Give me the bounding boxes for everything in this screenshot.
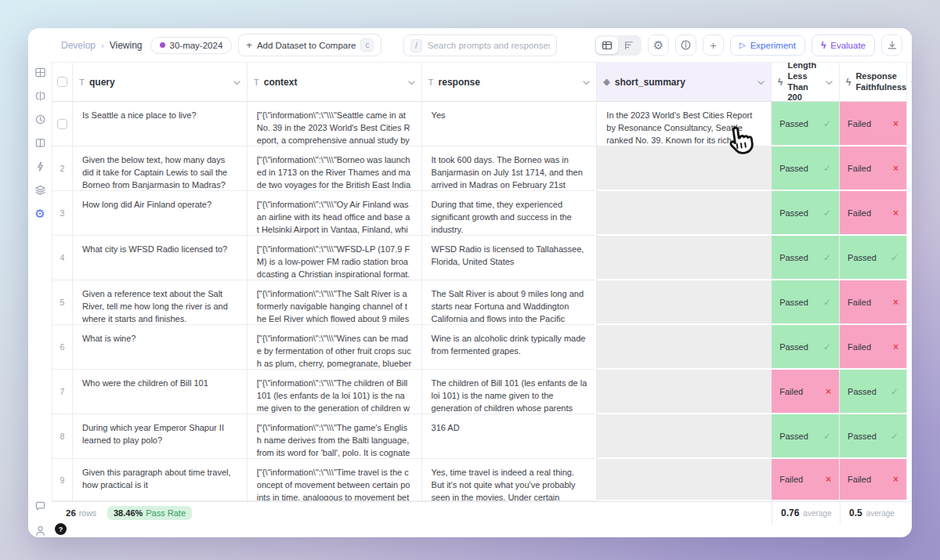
- response-cell[interactable]: It took 600 days. The Borneo was in Banj…: [422, 146, 598, 191]
- chevron-down-icon[interactable]: [583, 77, 590, 88]
- query-cell[interactable]: Given this paragraph about time travel, …: [73, 459, 248, 501]
- table-row[interactable]: 3How long did Air Finland operate?["{\"i…: [52, 191, 907, 236]
- faithfulness-status-cell[interactable]: Passed✓: [840, 414, 907, 459]
- query-cell[interactable]: During which year Emperor Shapur II lear…: [73, 414, 248, 459]
- table-row[interactable]: 9Given this paragraph about time travel,…: [52, 459, 907, 501]
- grid-view-icon[interactable]: [596, 37, 618, 54]
- short-summary-cell[interactable]: [597, 280, 772, 325]
- chevron-down-icon[interactable]: [911, 77, 912, 88]
- settings-button[interactable]: ⚙: [648, 34, 669, 56]
- table-view-icon[interactable]: [34, 66, 46, 78]
- column-header-faithfulness-evaluator[interactable]: ϟ Response Faithfulness: [840, 63, 907, 102]
- response-cell[interactable]: Yes, time travel is indeed a real thing.…: [422, 459, 598, 501]
- table-row[interactable]: 2Given the below text, how many days did…: [52, 146, 907, 191]
- short-summary-cell[interactable]: [597, 414, 772, 459]
- download-button[interactable]: [881, 34, 902, 56]
- response-cell[interactable]: WFSD Radio is licensed to Tallahassee, F…: [422, 236, 598, 280]
- table-row[interactable]: 6What is wine?["{\"information\":\"\\\"W…: [52, 325, 907, 370]
- length-status-cell[interactable]: Passed✓: [772, 236, 840, 280]
- query-cell[interactable]: Is Seattle a nice place to live?: [73, 102, 248, 146]
- length-status-cell[interactable]: Failed×: [772, 459, 840, 501]
- response-cell[interactable]: 316 AD: [422, 414, 598, 459]
- response-cell[interactable]: The children of Bill 101 (les enfants de…: [422, 370, 598, 414]
- column-header-short-summary[interactable]: ◈ short_summary: [597, 63, 772, 102]
- query-cell[interactable]: Given a reference text about the Salt Ri…: [73, 280, 248, 325]
- chevron-down-icon[interactable]: [826, 77, 833, 88]
- length-status-cell[interactable]: Passed✓: [772, 191, 840, 236]
- layers-icon[interactable]: [34, 183, 46, 196]
- response-cell[interactable]: The Salt River is about 9 miles long and…: [422, 280, 598, 325]
- faithfulness-status-cell[interactable]: Passed✓: [840, 236, 907, 280]
- lightning-icon[interactable]: [34, 160, 46, 172]
- faithfulness-status-cell[interactable]: Failed×: [840, 146, 907, 191]
- row-checkbox[interactable]: [57, 119, 67, 129]
- search-input[interactable]: [428, 41, 550, 50]
- context-cell[interactable]: ["{\"information\":\"\\\"Seattle came in…: [248, 102, 422, 146]
- short-summary-cell[interactable]: [597, 459, 772, 501]
- compare-icon[interactable]: [34, 89, 46, 102]
- evaluate-button[interactable]: ϟ Evaluate: [812, 34, 875, 56]
- context-cell[interactable]: ["{\"information\":\"\\\"Wines can be ma…: [248, 325, 422, 370]
- rows-view-icon[interactable]: [618, 37, 640, 54]
- table-row[interactable]: 7Who were the children of Bill 101["{\"i…: [52, 370, 907, 414]
- help-button[interactable]: ?: [55, 523, 67, 535]
- chat-icon[interactable]: [34, 500, 46, 512]
- table-row[interactable]: 4What city is WFSD Radio licensed to?["{…: [52, 236, 907, 280]
- length-status-cell[interactable]: Passed✓: [772, 325, 840, 370]
- column-header-query[interactable]: T query: [73, 63, 248, 102]
- info-button[interactable]: [675, 34, 696, 56]
- faithfulness-status-cell[interactable]: Failed×: [840, 102, 907, 146]
- select-all-checkbox[interactable]: [57, 77, 67, 87]
- query-cell[interactable]: What city is WFSD Radio licensed to?: [73, 236, 248, 280]
- faithfulness-status-cell[interactable]: Failed×: [840, 459, 907, 501]
- response-cell[interactable]: Wine is an alcoholic drink typically mad…: [422, 325, 598, 370]
- faithfulness-status-cell[interactable]: Failed×: [840, 280, 907, 325]
- column-header-length-evaluator[interactable]: ϟ Length Less Than 200: [772, 63, 840, 102]
- dataset-pill[interactable]: 30-may-2024: [150, 37, 233, 54]
- length-status-cell[interactable]: Passed✓: [772, 146, 840, 191]
- length-status-cell[interactable]: Passed✓: [772, 280, 840, 325]
- length-status-cell[interactable]: Passed✓: [772, 414, 840, 459]
- query-cell[interactable]: Given the below text, how many days did …: [73, 146, 248, 191]
- context-cell[interactable]: ["{\"information\":\"\\\"The children of…: [248, 370, 422, 414]
- length-status-cell[interactable]: Failed×: [772, 370, 840, 414]
- row-select-cell[interactable]: [52, 102, 73, 146]
- short-summary-cell[interactable]: [597, 236, 772, 280]
- notebook-icon[interactable]: [34, 136, 46, 149]
- table-row[interactable]: 5Given a reference text about the Salt R…: [52, 280, 907, 325]
- length-status-cell[interactable]: Passed✓: [772, 102, 840, 146]
- table-row[interactable]: 8During which year Emperor Shapur II lea…: [52, 414, 907, 459]
- chevron-down-icon[interactable]: [408, 77, 415, 88]
- user-icon[interactable]: [34, 524, 46, 537]
- short-summary-cell[interactable]: [597, 370, 772, 414]
- history-icon[interactable]: [34, 113, 46, 125]
- add-column-button[interactable]: +: [703, 34, 724, 56]
- experiment-button[interactable]: ▷ Experiment: [730, 35, 805, 56]
- context-cell[interactable]: ["{\"information\":\"\\\"Oy Air Finland …: [248, 191, 422, 236]
- response-cell[interactable]: Yes: [422, 102, 598, 146]
- faithfulness-status-cell[interactable]: Failed×: [840, 325, 907, 370]
- query-cell[interactable]: What is wine?: [73, 325, 248, 370]
- context-cell[interactable]: ["{\"information\":\"\\\"Borneo was laun…: [248, 146, 422, 191]
- search-bar[interactable]: /: [403, 34, 557, 56]
- context-cell[interactable]: ["{\"information\":\"\\\"The Salt River …: [248, 280, 422, 325]
- short-summary-cell[interactable]: [597, 191, 772, 236]
- settings-gear-icon[interactable]: ⚙: [34, 207, 46, 219]
- short-summary-cell[interactable]: [597, 325, 772, 370]
- query-cell[interactable]: How long did Air Finland operate?: [73, 191, 248, 236]
- select-all-cell[interactable]: [52, 63, 73, 102]
- query-cell[interactable]: Who were the children of Bill 101: [73, 370, 248, 414]
- context-cell[interactable]: ["{\"information\":\"\\\"WFSD-LP (107.9 …: [248, 236, 422, 280]
- context-cell[interactable]: ["{\"information\":\"\\\"The game's Engl…: [248, 414, 422, 459]
- column-header-context[interactable]: T context: [248, 63, 422, 102]
- faithfulness-status-cell[interactable]: Failed×: [840, 191, 907, 236]
- column-header-response[interactable]: T response: [422, 63, 598, 102]
- faithfulness-status-cell[interactable]: Passed✓: [840, 370, 907, 414]
- chevron-down-icon[interactable]: [757, 77, 765, 88]
- chevron-down-icon[interactable]: [233, 77, 240, 88]
- context-cell[interactable]: ["{\"information\":\"\\\"Time travel is …: [248, 459, 422, 501]
- add-dataset-button[interactable]: + Add Dataset to Compare c: [238, 34, 381, 56]
- table-row[interactable]: Is Seattle a nice place to live?["{\"inf…: [52, 102, 907, 146]
- breadcrumb-develop[interactable]: Develop: [61, 40, 96, 51]
- response-cell[interactable]: During that time, they experienced signi…: [422, 191, 598, 236]
